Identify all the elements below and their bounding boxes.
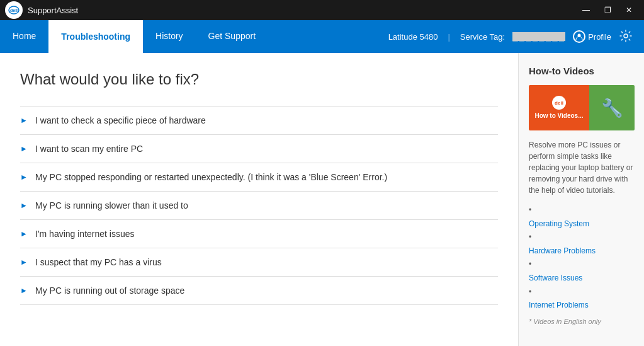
bullet-os: • xyxy=(529,205,531,214)
accordion-label-virus: I suspect that my PC has a virus xyxy=(35,257,162,267)
bullet-net: • xyxy=(529,287,531,296)
accordion-hardware-check[interactable]: ► I want to check a specific piece of ha… xyxy=(20,106,498,135)
restore-button[interactable]: ❐ xyxy=(597,3,618,17)
nav-item-get-support[interactable]: Get Support xyxy=(196,20,269,53)
sidebar-title: How-to Videos xyxy=(529,66,634,76)
title-bar: dell SupportAssist — ❐ ✕ xyxy=(0,0,644,20)
close-button[interactable]: ✕ xyxy=(619,3,639,17)
service-tag-label: Service Tag: xyxy=(460,32,505,42)
profile-icon xyxy=(573,30,585,43)
title-bar-left: dell SupportAssist xyxy=(5,1,78,19)
chevron-right-icon-3: ► xyxy=(20,173,29,182)
video-thumbnail-right: 🔧 xyxy=(589,85,635,130)
profile-button[interactable]: Profile xyxy=(573,30,611,43)
settings-button[interactable] xyxy=(619,29,634,44)
sidebar-link-os[interactable]: Operating System xyxy=(529,217,634,231)
sidebar-links: • Operating System • Hardware Problems •… xyxy=(529,204,634,313)
chevron-right-icon-4: ► xyxy=(20,201,29,210)
video-label: How to Videos... xyxy=(534,112,583,120)
wrench-icon: 🔧 xyxy=(601,98,623,118)
accordion-label-storage: My PC is running out of storage space xyxy=(35,285,184,296)
svg-text:dell: dell xyxy=(10,8,18,13)
accordion-internet-issues[interactable]: ► I'm having internet issues xyxy=(20,220,498,248)
sidebar-note: * Videos in English only xyxy=(529,318,634,325)
sidebar-description: Resolve more PC issues or perform simple… xyxy=(529,139,634,196)
sidebar-link-sw[interactable]: Software Issues xyxy=(529,272,634,285)
video-dell-logo: dell xyxy=(552,96,566,110)
content-right: How-to Videos dell How to Videos... 🔧 Re… xyxy=(518,53,644,346)
content-left: What would you like to fix? ► I want to … xyxy=(0,53,518,346)
accordion-label-blue-screen: My PC stopped responding or restarted un… xyxy=(35,172,387,182)
svg-point-3 xyxy=(624,34,628,38)
video-thumbnail[interactable]: dell How to Videos... 🔧 xyxy=(529,85,635,130)
chevron-right-icon-6: ► xyxy=(20,258,29,267)
main-content: What would you like to fix? ► I want to … xyxy=(0,53,644,346)
device-name: Latitude 5480 xyxy=(388,32,438,42)
bullet-sw: • xyxy=(529,260,531,268)
accordion-label-scan-pc: I want to scan my entire PC xyxy=(35,144,143,154)
nav-bar: Home Troubleshooting History Get Support… xyxy=(0,20,644,53)
accordion-virus[interactable]: ► I suspect that my PC has a virus xyxy=(20,248,498,277)
title-bar-controls: — ❐ ✕ xyxy=(576,3,639,17)
video-thumbnail-left: dell How to Videos... xyxy=(529,85,589,130)
accordion-scan-pc[interactable]: ► I want to scan my entire PC xyxy=(20,135,498,163)
service-tag-value: ████████ xyxy=(512,32,565,41)
chevron-right-icon-7: ► xyxy=(20,286,29,295)
nav-item-home[interactable]: Home xyxy=(0,20,48,53)
nav-divider: | xyxy=(448,32,449,42)
app-title: SupportAssist xyxy=(28,6,78,15)
sidebar-link-hw[interactable]: Hardware Problems xyxy=(529,245,634,258)
profile-label: Profile xyxy=(588,32,611,42)
accordion-label-hardware-check: I want to check a specific piece of hard… xyxy=(35,115,206,125)
chevron-right-icon-5: ► xyxy=(20,229,29,238)
chevron-right-icon-2: ► xyxy=(20,144,29,153)
accordion-storage[interactable]: ► My PC is running out of storage space xyxy=(20,277,498,305)
nav-item-history[interactable]: History xyxy=(143,20,196,53)
dell-logo: dell xyxy=(5,1,23,19)
nav-item-troubleshooting[interactable]: Troubleshooting xyxy=(48,20,143,53)
accordion-label-internet-issues: I'm having internet issues xyxy=(35,229,135,239)
accordion-label-slow-pc: My PC is running slower than it used to xyxy=(35,200,188,210)
accordion-blue-screen[interactable]: ► My PC stopped responding or restarted … xyxy=(20,163,498,192)
nav-left: Home Troubleshooting History Get Support xyxy=(0,20,268,53)
sidebar-link-net[interactable]: Internet Problems xyxy=(529,299,634,313)
page-title: What would you like to fix? xyxy=(20,71,498,88)
minimize-button[interactable]: — xyxy=(576,3,596,17)
bullet-hw: • xyxy=(529,233,531,241)
nav-right: Latitude 5480 | Service Tag: ████████ Pr… xyxy=(378,20,644,53)
accordion-slow-pc[interactable]: ► My PC is running slower than it used t… xyxy=(20,192,498,220)
chevron-right-icon: ► xyxy=(20,116,29,125)
